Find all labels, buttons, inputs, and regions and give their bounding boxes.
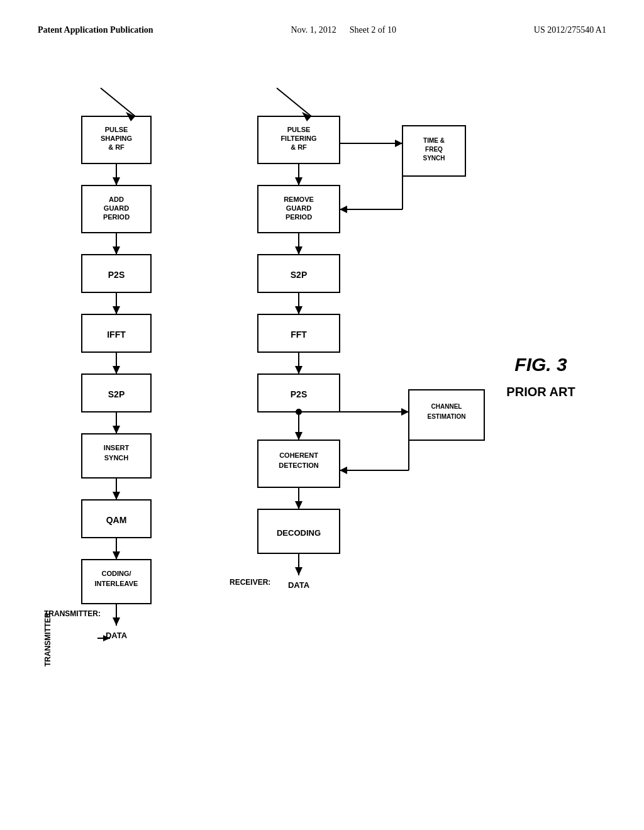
date-label: Nov. 1, 2012 Sheet 2 of 10 xyxy=(291,25,396,35)
svg-text:INTERLEAVE: INTERLEAVE xyxy=(95,580,138,587)
svg-text:TIME &: TIME & xyxy=(423,137,445,144)
svg-text:FIG. 3: FIG. 3 xyxy=(514,354,567,375)
svg-text:GUARD: GUARD xyxy=(104,204,129,212)
svg-text:FREQ: FREQ xyxy=(425,146,443,153)
svg-text:QAM: QAM xyxy=(106,515,127,525)
svg-text:CHANNEL: CHANNEL xyxy=(431,403,462,410)
publication-label: Patent Application Publication xyxy=(38,25,153,35)
svg-text:RECEIVER:: RECEIVER: xyxy=(230,578,270,587)
svg-text:PRIOR ART: PRIOR ART xyxy=(506,385,575,399)
svg-marker-7 xyxy=(113,177,120,185)
svg-marker-17 xyxy=(113,306,120,314)
svg-text:P2S: P2S xyxy=(108,270,125,280)
svg-text:TRANSMITTER:: TRANSMITTER: xyxy=(44,609,101,618)
svg-text:IFFT: IFFT xyxy=(107,329,126,340)
patent-number: US 2012/275540 A1 xyxy=(534,25,606,35)
header: Patent Application Publication Nov. 1, 2… xyxy=(38,25,606,35)
svg-marker-67 xyxy=(295,246,303,255)
svg-text:GUARD: GUARD xyxy=(286,204,311,212)
svg-text:REMOVE: REMOVE xyxy=(284,196,314,203)
svg-text:& RF: & RF xyxy=(291,143,307,151)
svg-text:P2S: P2S xyxy=(291,389,307,399)
svg-text:DECODING: DECODING xyxy=(277,528,321,538)
sheet-label: Sheet 2 of 10 xyxy=(350,25,396,35)
svg-line-0 xyxy=(101,88,135,116)
svg-text:DETECTION: DETECTION xyxy=(279,462,319,469)
svg-text:FFT: FFT xyxy=(291,329,307,340)
svg-text:PULSE: PULSE xyxy=(105,126,128,133)
svg-marker-87 xyxy=(340,467,347,474)
svg-marker-39 xyxy=(113,617,120,626)
svg-text:PULSE: PULSE xyxy=(287,126,311,133)
page: Patent Application Publication Nov. 1, 2… xyxy=(0,0,644,830)
svg-text:DATA: DATA xyxy=(288,580,310,590)
svg-marker-75 xyxy=(295,366,303,374)
svg-marker-34 xyxy=(113,551,120,560)
svg-marker-60 xyxy=(340,206,347,213)
svg-text:COHERENT: COHERENT xyxy=(279,451,318,459)
svg-marker-82 xyxy=(401,408,409,416)
svg-text:SYNCH: SYNCH xyxy=(104,454,129,462)
svg-text:ADD: ADD xyxy=(109,196,124,203)
diagram-svg: PULSE SHAPING & RF ADD GUARD PERIOD P2S … xyxy=(31,69,579,799)
svg-marker-21 xyxy=(113,366,120,374)
svg-text:INSERT: INSERT xyxy=(104,444,130,451)
svg-text:S2P: S2P xyxy=(108,389,125,399)
svg-marker-13 xyxy=(113,246,120,255)
svg-text:ESTIMATION: ESTIMATION xyxy=(428,413,466,420)
svg-text:& RF: & RF xyxy=(108,143,125,151)
svg-marker-25 xyxy=(113,426,120,434)
svg-text:PERIOD: PERIOD xyxy=(103,213,130,221)
svg-text:PERIOD: PERIOD xyxy=(286,213,312,221)
svg-text:SYNCH: SYNCH xyxy=(423,155,445,162)
svg-marker-52 xyxy=(295,177,303,185)
svg-text:FILTERING: FILTERING xyxy=(280,135,316,142)
svg-marker-30 xyxy=(113,492,120,500)
svg-text:SHAPING: SHAPING xyxy=(101,135,132,142)
svg-text:S2P: S2P xyxy=(291,270,307,280)
svg-marker-80 xyxy=(295,432,303,440)
svg-marker-71 xyxy=(295,306,303,314)
svg-text:TRANSMITTER:: TRANSMITTER: xyxy=(43,610,52,667)
svg-marker-54 xyxy=(395,140,402,147)
svg-line-45 xyxy=(277,88,311,116)
svg-text:CODING/: CODING/ xyxy=(101,570,131,577)
svg-marker-93 xyxy=(295,501,303,509)
svg-marker-97 xyxy=(295,567,303,575)
